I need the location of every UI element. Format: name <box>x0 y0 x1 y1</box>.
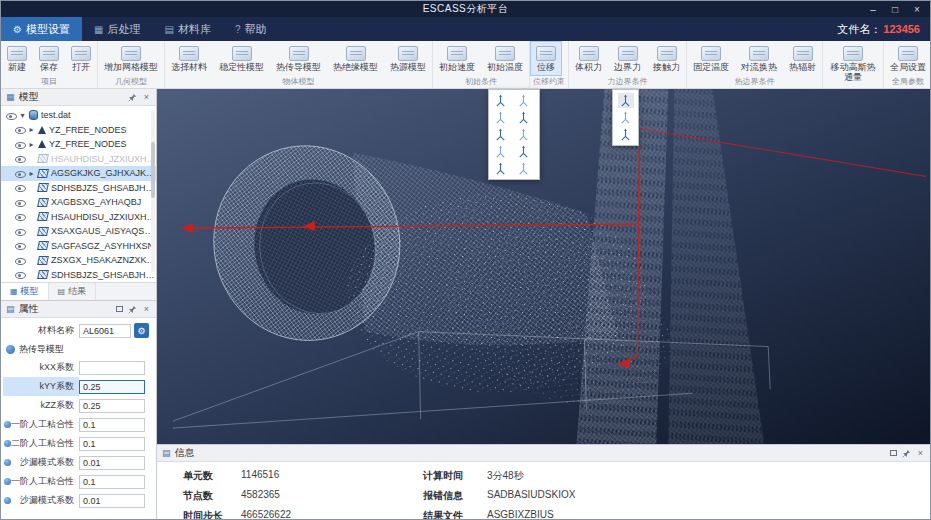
window-controls: – □ × <box>862 1 928 17</box>
heat-conduction-model-button[interactable]: 热传导模型 <box>270 41 327 76</box>
visibility-eye-icon[interactable] <box>14 241 25 251</box>
constraint-option-icon[interactable] <box>515 144 531 159</box>
tree-item[interactable]: SDHSBJZS_GHSABJHB_ZAHJ <box>1 268 156 283</box>
contact-force-button[interactable]: 接触力 <box>647 41 686 76</box>
visibility-eye-icon[interactable] <box>14 154 25 164</box>
visibility-eye-icon[interactable] <box>14 270 25 280</box>
viewport-3d[interactable] <box>157 89 930 444</box>
convection-button[interactable]: 对流换热 <box>735 41 783 76</box>
tree-scrollbar[interactable] <box>151 110 155 272</box>
visibility-eye-icon[interactable] <box>14 168 25 178</box>
tab-model-setup[interactable]: ⚙ 模型设置 <box>1 17 82 41</box>
pin-icon[interactable] <box>128 305 137 314</box>
kzz-field[interactable]: 0.25 <box>79 399 145 413</box>
tree-item[interactable]: SDHSBJZS_GHSABJHB_ZAHJ <box>1 181 156 196</box>
caret-right-icon[interactable]: ▸ <box>28 125 35 134</box>
constraint-option-icon[interactable] <box>492 110 508 125</box>
tree-item[interactable]: HSAUHDISU_JZXIUXHAHX <box>1 210 156 225</box>
pin-icon[interactable] <box>128 93 137 102</box>
tab-material-library[interactable]: ▤ 材料库 <box>152 17 222 41</box>
maximize-icon[interactable]: □ <box>884 1 906 17</box>
tree-item[interactable]: SAGFASGZ_ASYHHXSN <box>1 239 156 254</box>
tab-post-processing[interactable]: ▦ 后处理 <box>82 17 152 41</box>
visibility-eye-icon[interactable] <box>14 197 25 207</box>
contact-option-icon[interactable] <box>618 110 634 125</box>
constraint-option-icon[interactable] <box>492 93 508 108</box>
float-panel-icon[interactable] <box>890 450 897 456</box>
viscosity2-field[interactable]: 0.1 <box>79 437 145 451</box>
caret-right-icon[interactable]: ▸ <box>28 140 35 149</box>
constraint-option-icon[interactable] <box>492 161 508 176</box>
viscosity1-field[interactable]: 0.1 <box>79 418 145 432</box>
timestep-label: 时间步长 <box>183 509 241 520</box>
initial-velocity-button[interactable]: 初始速度 <box>433 41 481 76</box>
tree-item[interactable]: ▸ YZ_FREE_NODES <box>1 123 156 138</box>
visibility-eye-icon[interactable] <box>14 139 25 149</box>
constraint-option-icon[interactable] <box>515 161 531 176</box>
select-material-button[interactable]: 选择材料 <box>165 41 213 76</box>
visibility-eye-icon[interactable] <box>14 255 25 265</box>
moving-gauss-heat-flux-button[interactable]: 移动高斯热通量 <box>823 41 883 85</box>
constraint-option-icon[interactable] <box>492 127 508 142</box>
heat-insulation-model-button[interactable]: 热绝缘模型 <box>327 41 384 76</box>
visibility-eye-icon[interactable] <box>5 110 16 120</box>
displacement-button[interactable]: 位移 <box>530 41 562 76</box>
fixed-temperature-button[interactable]: 固定温度 <box>687 41 735 76</box>
tree-item-root[interactable]: ▾ test.dat <box>1 108 156 123</box>
hourglass1-field[interactable]: 0.01 <box>79 456 145 470</box>
material-name-field[interactable]: AL6061 <box>79 324 131 338</box>
constraint-option-icon[interactable] <box>515 93 531 108</box>
float-panel-icon[interactable] <box>116 306 123 312</box>
save-button[interactable]: 保存 <box>33 41 65 76</box>
close-panel-icon[interactable]: × <box>142 305 151 314</box>
boundary-force-button[interactable]: 边界力 <box>608 41 647 76</box>
visibility-eye-icon[interactable] <box>14 125 25 135</box>
hourglass2-field[interactable]: 0.01 <box>79 494 145 508</box>
sidebar-tabs: ▦ 模型 ▤ 结果 <box>1 282 156 300</box>
group-caption: 热边界条件 <box>687 76 822 88</box>
property-dot-icon <box>4 459 11 466</box>
tab-help[interactable]: ? 帮助 <box>223 17 279 41</box>
minimize-icon[interactable]: – <box>862 1 884 17</box>
caret-right-icon[interactable]: ▸ <box>28 169 35 178</box>
visibility-eye-icon[interactable] <box>14 183 25 193</box>
tree-item[interactable]: XAGBSXG_AYHAQBJ <box>1 195 156 210</box>
caret-down-icon[interactable]: ▾ <box>19 111 26 120</box>
close-panel-icon[interactable]: × <box>142 93 151 102</box>
kyy-field[interactable]: 0.25 <box>79 380 145 394</box>
open-button[interactable]: 打开 <box>65 41 97 76</box>
material-settings-button[interactable]: ⚙ <box>134 323 149 338</box>
tree-item-selected[interactable]: ▸ AGSGKJKG_GJHXAJKHXA <box>1 166 156 181</box>
tree-item[interactable]: ▸ YZ_FREE_NODES <box>1 137 156 152</box>
visibility-eye-icon[interactable] <box>14 212 25 222</box>
section-heat-conduction-model[interactable]: 热传导模型 <box>1 340 156 358</box>
mesh-part-icon <box>37 198 49 207</box>
contact-option-icon[interactable] <box>618 127 634 142</box>
model-panel-icon: ▦ <box>6 92 15 102</box>
initial-temperature-button[interactable]: 初始温度 <box>481 41 529 76</box>
new-button[interactable]: 新建 <box>1 41 33 76</box>
body-force-button[interactable]: 体积力 <box>569 41 608 76</box>
constraint-option-icon[interactable] <box>515 127 531 142</box>
sidebar-tab-model[interactable]: ▦ 模型 <box>1 283 49 300</box>
constraint-option-icon[interactable] <box>515 110 531 125</box>
thermal-radiation-button[interactable]: 热辐射 <box>783 41 822 76</box>
add-mesh-model-button[interactable]: 增加网格模型 <box>98 41 164 76</box>
constraint-option-icon[interactable] <box>492 144 508 159</box>
heat-source-model-button[interactable]: 热源模型 <box>384 41 432 76</box>
visibility-eye-icon[interactable] <box>14 226 25 236</box>
global-settings-button[interactable]: 全局设置 <box>884 41 931 76</box>
tree-item[interactable]: HSAUHDISU_JZXIUXHAHX <box>1 152 156 167</box>
tree-item[interactable]: XSAXGAUS_AISYAQSH_ASHX <box>1 224 156 239</box>
stability-model-button[interactable]: 稳定性模型 <box>213 41 270 76</box>
ribbon-group-geometry: 增加网格模型 几何模型 <box>98 41 165 88</box>
close-icon[interactable]: × <box>906 1 928 17</box>
tree-item[interactable]: ZSXGX_HSAKAZNZXK_AHASX <box>1 253 156 268</box>
pin-icon[interactable] <box>902 449 911 458</box>
viscosity3-field[interactable]: 0.1 <box>79 475 145 489</box>
close-panel-icon[interactable]: × <box>916 449 925 458</box>
contact-option-icon[interactable] <box>618 93 634 108</box>
kxx-field[interactable] <box>79 361 145 375</box>
sidebar-tab-result[interactable]: ▤ 结果 <box>49 283 97 300</box>
property-row: kZZ系数 0.25 <box>1 396 156 415</box>
